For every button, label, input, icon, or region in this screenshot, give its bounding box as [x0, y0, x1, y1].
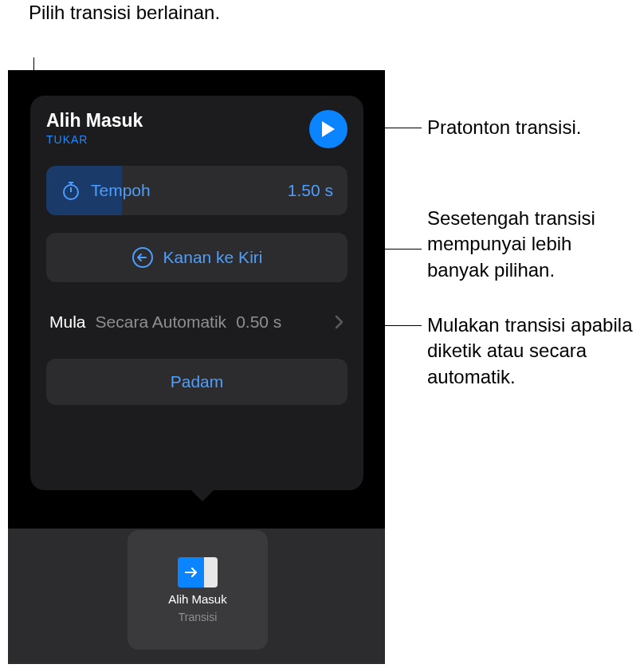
chevron-right-icon: [335, 315, 344, 329]
duration-value: 1.50 s: [288, 181, 333, 200]
direction-label: Kanan ke Kiri: [163, 248, 263, 267]
start-key: Mula: [49, 312, 86, 332]
callout-options: Sesetengah transisi mempunyai lebih bany…: [427, 206, 634, 283]
thumb-subtitle: Transisi: [179, 611, 218, 623]
delete-button[interactable]: Padam: [46, 359, 347, 405]
start-mode: Secara Automatik: [96, 312, 227, 332]
slide-thumbnail[interactable]: Alih Masuk Transisi: [128, 530, 268, 650]
stopwatch-icon: [61, 180, 81, 201]
change-transition-button[interactable]: TUKAR: [46, 133, 143, 146]
delete-label: Padam: [171, 372, 224, 391]
start-delay: 0.50 s: [236, 312, 281, 332]
direction-row[interactable]: Kanan ke Kiri: [46, 233, 347, 282]
duration-label: Tempoh: [91, 181, 278, 200]
duration-slider-row[interactable]: Tempoh 1.50 s: [46, 166, 347, 215]
popover-title: Alih Masuk: [46, 110, 143, 132]
thumb-title: Alih Masuk: [168, 592, 226, 606]
callout-start: Mulakan transisi apabila diketik atau se…: [427, 312, 633, 390]
callout-top-left: Pilih transisi berlainan.: [29, 0, 236, 26]
arrow-left-circle-icon: [132, 246, 154, 269]
transition-popover: Alih Masuk TUKAR Tempoh 1.50 s: [30, 96, 363, 490]
preview-play-button[interactable]: [309, 110, 347, 148]
play-icon: [320, 120, 336, 138]
start-transition-row[interactable]: Mula Secara Automatik 0.50 s: [46, 305, 347, 340]
callout-preview: Pratonton transisi.: [427, 115, 581, 140]
transition-icon: [178, 557, 218, 588]
